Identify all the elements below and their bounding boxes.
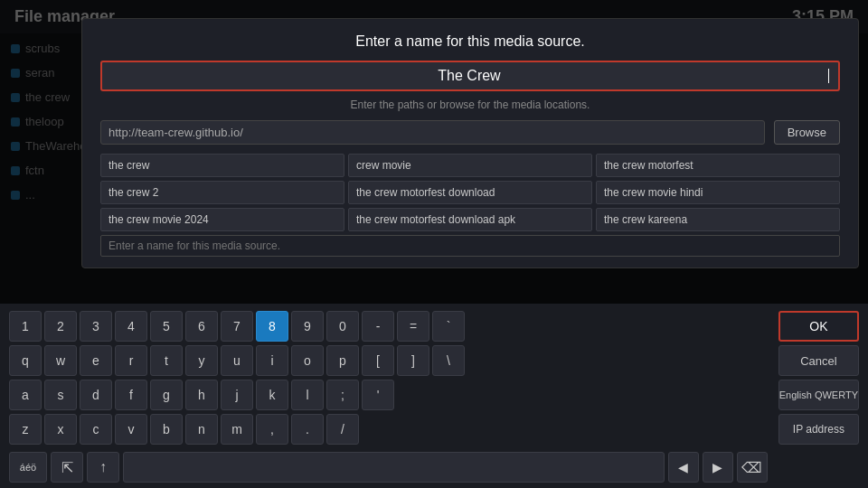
suggestion-the-crew-2[interactable]: the crew 2 <box>100 181 344 204</box>
key-rbracket[interactable]: ] <box>397 345 429 376</box>
keyboard-main: 1 2 3 4 5 6 7 8 9 0 - = ` q w <box>9 311 859 483</box>
key-n[interactable]: n <box>185 414 218 445</box>
key-6[interactable]: 6 <box>185 311 218 342</box>
key-h[interactable]: h <box>185 380 218 410</box>
name-input[interactable] <box>111 68 827 84</box>
key-d[interactable]: d <box>80 380 112 410</box>
key-0[interactable]: 0 <box>326 311 359 342</box>
key-t[interactable]: t <box>150 345 183 376</box>
key-g[interactable]: g <box>150 380 183 410</box>
key-shift-up[interactable]: ↑ <box>87 452 119 483</box>
left-keyboard: 1 2 3 4 5 6 7 8 9 0 - = ` q w <box>9 311 768 483</box>
dialog-subtitle: Enter the paths or browse for the media … <box>100 99 840 111</box>
key-lbracket[interactable]: [ <box>362 345 394 376</box>
key-y[interactable]: y <box>185 345 218 376</box>
key-z[interactable]: z <box>9 414 42 445</box>
key-u[interactable]: u <box>221 345 253 376</box>
name-input-row <box>100 235 840 257</box>
key-1[interactable]: 1 <box>9 311 42 342</box>
key-l[interactable]: l <box>291 380 324 410</box>
key-quote[interactable]: ' <box>362 380 394 410</box>
path-input[interactable] <box>100 120 765 145</box>
suggestion-movie-hindi[interactable]: the crew movie hindi <box>596 181 840 204</box>
key-j[interactable]: j <box>221 380 253 410</box>
key-3[interactable]: 3 <box>80 311 112 342</box>
key-row-z: z x c v b n m , . / <box>9 414 768 445</box>
key-row-numbers: 1 2 3 4 5 6 7 8 9 0 - = ` <box>9 311 768 342</box>
key-b[interactable]: b <box>150 414 183 445</box>
key-row-q: q w e r t y u i o p [ ] \ <box>9 345 768 376</box>
key-7[interactable]: 7 <box>221 311 253 342</box>
key-semicolon[interactable]: ; <box>326 380 359 410</box>
keyboard-area: 1 2 3 4 5 6 7 8 9 0 - = ` q w <box>0 304 868 488</box>
dialog-title: Enter a name for this media source. <box>100 33 840 50</box>
key-x[interactable]: x <box>44 414 77 445</box>
key-comma[interactable]: , <box>256 414 288 445</box>
key-period[interactable]: . <box>291 414 324 445</box>
key-p[interactable]: p <box>326 345 359 376</box>
key-4[interactable]: 4 <box>115 311 147 342</box>
key-space[interactable] <box>123 452 665 483</box>
path-row: Browse <box>100 120 840 145</box>
key-w[interactable]: w <box>44 345 77 376</box>
key-backslash[interactable]: \ <box>432 345 465 376</box>
right-keys: OK Cancel English QWERTY IP address <box>778 311 859 483</box>
suggestion-the-crew[interactable]: the crew <box>100 154 344 177</box>
key-dash[interactable]: - <box>362 311 394 342</box>
suggestion-motorfest-download-apk[interactable]: the crew motorfest download apk <box>348 208 592 231</box>
key-left[interactable]: ◀ <box>668 452 699 483</box>
key-backspace[interactable]: ⌫ <box>737 452 768 483</box>
key-s[interactable]: s <box>44 380 77 410</box>
text-cursor <box>828 69 829 83</box>
key-right[interactable]: ▶ <box>703 452 733 483</box>
ok-button[interactable]: OK <box>778 311 859 342</box>
key-slash[interactable]: / <box>326 414 359 445</box>
key-m[interactable]: m <box>221 414 253 445</box>
key-equals[interactable]: = <box>397 311 429 342</box>
key-backtick[interactable]: ` <box>432 311 465 342</box>
key-row-a: a s d f g h j k l ; ' <box>9 380 768 410</box>
key-a[interactable]: a <box>9 380 42 410</box>
key-2[interactable]: 2 <box>44 311 77 342</box>
suggestions-grid: the crew crew movie the crew motorfest t… <box>100 154 840 231</box>
key-i[interactable]: i <box>256 345 288 376</box>
suggestion-crew-movie-2024[interactable]: the crew movie 2024 <box>100 208 344 231</box>
key-home[interactable]: ⇱ <box>51 452 83 483</box>
key-8[interactable]: 8 <box>256 311 288 342</box>
key-row-bottom: áéö ⇱ ↑ ◀ ▶ ⌫ <box>9 452 768 483</box>
key-f[interactable]: f <box>115 380 147 410</box>
key-k[interactable]: k <box>256 380 288 410</box>
key-q[interactable]: q <box>9 345 42 376</box>
suggestion-kareena[interactable]: the crew kareena <box>596 208 840 231</box>
suggestion-motorfest-download[interactable]: the crew motorfest download <box>348 181 592 204</box>
key-special-chars[interactable]: áéö <box>9 452 47 483</box>
key-v[interactable]: v <box>115 414 147 445</box>
suggestion-crew-motorfest[interactable]: the crew motorfest <box>596 154 840 177</box>
ip-address-button[interactable]: IP address <box>778 414 859 445</box>
browse-button[interactable]: Browse <box>774 120 840 145</box>
language-button[interactable]: English QWERTY <box>778 380 859 410</box>
media-source-dialog: Enter a name for this media source. Ente… <box>81 18 859 268</box>
source-name-input[interactable] <box>100 235 840 257</box>
key-o[interactable]: o <box>291 345 324 376</box>
suggestion-crew-movie[interactable]: crew movie <box>348 154 592 177</box>
key-c[interactable]: c <box>80 414 112 445</box>
name-input-wrapper[interactable] <box>100 61 840 91</box>
key-9[interactable]: 9 <box>291 311 324 342</box>
key-e[interactable]: e <box>80 345 112 376</box>
key-5[interactable]: 5 <box>150 311 183 342</box>
cancel-button[interactable]: Cancel <box>778 345 859 376</box>
key-r[interactable]: r <box>115 345 147 376</box>
keyboard-rows: 1 2 3 4 5 6 7 8 9 0 - = ` q w <box>9 311 768 483</box>
